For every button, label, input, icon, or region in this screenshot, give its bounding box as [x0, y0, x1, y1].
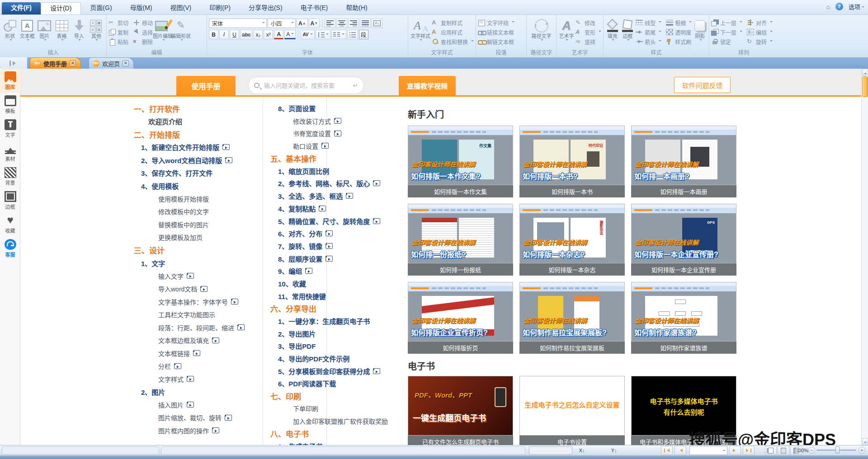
paragraph-unlink-button[interactable]: 解链文本框	[478, 37, 514, 46]
style-atail-button[interactable]: 箭尾	[636, 28, 661, 36]
superscript-button[interactable]: x²	[264, 30, 273, 39]
textstyle-copystyle-button[interactable]: A复制样式	[432, 19, 474, 27]
view-mode-single-button[interactable]	[765, 446, 777, 455]
toc1-item-9[interactable]: 修改模板中的文字	[134, 205, 245, 218]
toc2-item-26[interactable]: 加入金印客联盟推广软件获取奖励	[270, 415, 388, 427]
help-icon[interactable]: ?	[835, 3, 843, 10]
edit-select-button[interactable]: 选择	[133, 28, 153, 36]
arrange-up-button[interactable]: 上一层	[711, 19, 742, 27]
video-card[interactable]: 金印客设计师在线讲解如何排一份报纸?如何排一份报纸	[408, 204, 513, 276]
view-mode-facing-button[interactable]	[778, 446, 789, 455]
spacing-button[interactable]: AV	[301, 30, 314, 39]
toc1-item-15[interactable]: 导入word文档	[134, 282, 245, 295]
video-card[interactable]: 金印客设计师在线讲解如何排版企业宣传折页?如何排版折页	[408, 282, 513, 354]
num-button[interactable]	[347, 30, 358, 39]
scroll-down-button[interactable]	[862, 438, 868, 445]
bold-button[interactable]: B	[209, 30, 218, 39]
next-page-button[interactable]	[729, 446, 741, 455]
video-icon[interactable]	[321, 143, 329, 149]
strikethrough-button[interactable]: abc	[240, 30, 252, 39]
insert-shapes-button[interactable]: 形状	[2, 17, 18, 49]
toc1-item-3[interactable]: 二、开始排版	[134, 128, 245, 141]
doc-tab-2[interactable]: DPS欢迎页✕	[89, 57, 134, 69]
sidebar-item-heart[interactable]: ♥收藏	[0, 212, 20, 236]
edit-del-button[interactable]: ×删除	[133, 37, 153, 46]
manual-tab-button[interactable]: 使用手册	[176, 76, 236, 95]
video-icon[interactable]	[326, 256, 333, 262]
align-center-button[interactable]	[336, 19, 347, 28]
toc2-item-11[interactable]: 6、对齐、分布	[270, 227, 388, 240]
text-style-button[interactable]: 文字样式	[410, 17, 431, 49]
underline-button[interactable]: U	[230, 30, 239, 39]
arrange-grp-button[interactable]: 编组	[747, 28, 773, 36]
font-name-combo[interactable]: 宋体	[209, 19, 267, 28]
video-icon[interactable]	[225, 157, 232, 163]
video-card[interactable]: 金印客设计师在线讲解如何制作家谱族谱?如何制作家谱族谱	[631, 282, 736, 354]
style-linetype-button[interactable]: 线型	[636, 19, 661, 27]
style-thick-button[interactable]: 粗细	[666, 19, 692, 27]
subscript-button[interactable]: x₂	[253, 30, 263, 39]
menu-item-8[interactable]: 电子书(E)	[292, 2, 337, 14]
toc2-item-8[interactable]: 3、全选、多选、框选	[270, 190, 388, 202]
edit-move-button[interactable]: 移动	[133, 19, 153, 27]
toc1-item-12[interactable]: 三、设计	[134, 244, 245, 257]
video-icon[interactable]	[200, 286, 208, 292]
ribbon-collapse-icon[interactable]: ⌂	[826, 3, 830, 10]
style-ahead-button[interactable]: 箭头	[636, 37, 661, 46]
paragraph-link-button[interactable]: 链接文本框	[478, 28, 514, 36]
shapeedit-button[interactable]: ✎编辑形状	[172, 17, 190, 49]
toc1-item-25[interactable]: 图片缩放、裁切、旋转	[134, 411, 245, 424]
sidebar-item-bg[interactable]: 背景	[0, 164, 20, 188]
toc1-item-16[interactable]: 文字基本操作：字体字号	[134, 295, 245, 309]
picedit-button[interactable]: 图片编辑	[154, 17, 172, 49]
toc1-item-17[interactable]: 工具栏文字功能图示	[134, 308, 245, 321]
last-page-button[interactable]	[743, 446, 755, 455]
status-input-field[interactable]	[529, 446, 572, 454]
video-icon[interactable]	[305, 268, 312, 274]
toc2-item-2[interactable]: 修改装订方式	[270, 115, 388, 127]
zoom-out-button[interactable]: −	[808, 447, 815, 454]
video-icon[interactable]	[187, 273, 194, 279]
video-icon[interactable]	[373, 368, 380, 374]
video-icon[interactable]	[225, 415, 232, 421]
style-opacity-button[interactable]: 透明度	[666, 28, 692, 36]
video-icon[interactable]	[237, 324, 245, 330]
wordart-modify-button[interactable]: ✎修改	[576, 19, 601, 27]
sidebar-item-text[interactable]: 文字	[0, 117, 20, 141]
menu-item-5[interactable]: 视图(V)	[161, 2, 201, 14]
sidebar-item-border[interactable]: 边框	[0, 188, 20, 212]
video-card[interactable]: 金印客设计师在线讲解如何制作易拉宝展架展板?如何制作易拉宝展架展板	[519, 282, 625, 354]
toc1-item-20[interactable]: 文本框链接	[134, 347, 245, 360]
style-painter-button[interactable]: 样式刷	[666, 37, 692, 46]
video-thumbnail[interactable]: 金印客设计师在线讲解如何排一本画册?	[631, 126, 736, 185]
video-icon[interactable]	[346, 193, 353, 199]
toc1-item-14[interactable]: 输入文字	[134, 270, 245, 283]
close-icon[interactable]: ✕	[123, 60, 129, 66]
highlight-color-button[interactable]: A	[284, 30, 296, 39]
video-icon[interactable]	[373, 218, 380, 224]
video-thumbnail[interactable]: 金印客设计师在线讲解如何排一份报纸?	[408, 204, 513, 263]
toc2-item-15[interactable]: 10、收藏	[270, 277, 388, 290]
textstyle-applystyle-button[interactable]: A应用样式	[432, 28, 474, 36]
toc2-item-5[interactable]: 五、基本操作	[270, 152, 388, 165]
toc2-item-14[interactable]: 9、编组	[270, 265, 388, 277]
shrink-font-button[interactable]: A▼	[309, 19, 320, 28]
toc2-item-10[interactable]: 5、精确位置、尺寸、旋转角度	[270, 215, 388, 227]
toc2-item-12[interactable]: 7、旋转、镜像	[270, 240, 388, 253]
toc2-item-4[interactable]: 勒口设置	[270, 140, 388, 152]
video-card[interactable]: 摄影杂志金印客设计师在线讲解如何排版一本杂志?如何排版一本杂志	[519, 204, 625, 276]
video-thumbnail[interactable]: 摄影杂志金印客设计师在线讲解如何排版一本杂志?	[519, 204, 625, 263]
video-card[interactable]: DPS金印客设计师在线讲解如何排版一本企业宣传册?如何排版一本企业宣传册	[631, 204, 736, 276]
sidebar-item-service[interactable]: 客服	[0, 236, 20, 260]
video-icon[interactable]	[319, 206, 326, 211]
video-icon[interactable]	[187, 376, 194, 382]
video-thumbnail[interactable]: 金印客设计师在线讲解如何制作家谱族谱?	[631, 282, 736, 342]
menu-item-3[interactable]: 页面(G)	[81, 2, 121, 14]
path-text-button[interactable]: 路径文字	[529, 17, 554, 49]
arrange-alignx-button[interactable]: 对齐	[747, 19, 773, 27]
toc2-item-27[interactable]: 八、电子书	[270, 427, 388, 440]
sidebar-item-material[interactable]: 素材	[0, 141, 20, 164]
toc1-item-1[interactable]: 一、打开软件	[134, 102, 245, 115]
video-thumbnail[interactable]: 金印客设计师在线讲解如何制作易拉宝展架展板?	[519, 282, 625, 342]
insert-image-button[interactable]: 图片	[36, 17, 52, 49]
